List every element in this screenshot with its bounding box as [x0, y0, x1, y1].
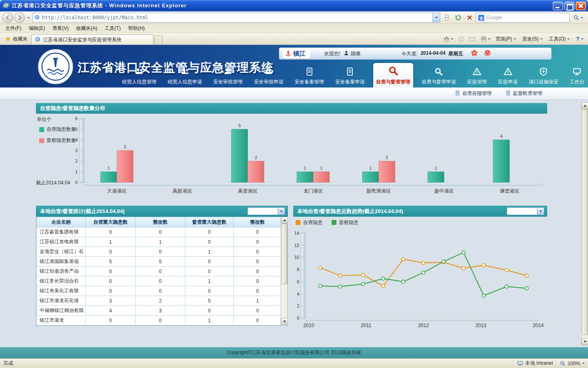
- table-row[interactable]: 江苏镇江发电有限1100: [37, 237, 282, 247]
- table-row[interactable]: 镇江李长荣综合石0010: [37, 276, 282, 286]
- scroll-down-button[interactable]: [281, 318, 288, 325]
- table-row[interactable]: 镇江恒泰沥青产品0000: [37, 267, 282, 276]
- help-button[interactable]: ?: [573, 34, 586, 44]
- scroll-thumb[interactable]: [582, 109, 588, 335]
- security-zone: 本地 Intranet: [517, 360, 553, 367]
- search-box[interactable]: g Google: [476, 13, 570, 22]
- close-button[interactable]: [576, 2, 586, 10]
- search-button[interactable]: [571, 13, 586, 23]
- nav-item-label: 安全备案申请: [335, 79, 365, 85]
- scroll-up-button[interactable]: [281, 217, 288, 224]
- status-bar: 完成 本地 Intranet 100%: [0, 358, 588, 368]
- nav-item-5[interactable]: 安全备案管理: [292, 64, 327, 88]
- safety-menu-button[interactable]: 安全(S): [519, 34, 546, 44]
- svg-text:2: 2: [255, 155, 257, 160]
- nav-item-9[interactable]: 应急管理: [464, 64, 490, 88]
- table-row[interactable]: 江苏索普集团有限0000: [37, 227, 282, 237]
- bar-chart-legend: 自查隐患数量督察隐患数量: [39, 126, 76, 144]
- svg-text:1: 1: [435, 166, 437, 171]
- minimize-button[interactable]: [553, 2, 563, 10]
- tools-menu-button[interactable]: 工具(O): [546, 34, 572, 44]
- nav-item-1[interactable]: 经营人信息管理: [119, 64, 159, 88]
- scroll-down-button[interactable]: [581, 338, 588, 345]
- nav-item-7[interactable]: 自查与督查管理: [373, 63, 413, 88]
- nav-item-2[interactable]: 经营人信息申请: [165, 64, 205, 88]
- nav-item-label: 工作台: [570, 79, 584, 85]
- monitor-icon: [572, 67, 581, 77]
- people-icon: [180, 67, 189, 77]
- city-selector[interactable]: 镇江: [283, 49, 310, 58]
- address-bar[interactable]: http://localhost:8080/yjpt/Main.html: [32, 13, 440, 22]
- favorites-button[interactable]: ★ 收藏夹: [2, 34, 31, 44]
- history-dropdown[interactable]: [26, 12, 31, 23]
- menu-item-2[interactable]: 编辑(E): [25, 24, 49, 33]
- nav-item-6[interactable]: 安全备案申请: [332, 64, 368, 88]
- statistics-filter-combo[interactable]: [247, 207, 285, 215]
- refresh-button[interactable]: [453, 13, 463, 23]
- mail-icon: [469, 36, 476, 43]
- print-button[interactable]: [478, 34, 492, 44]
- people-icon: [135, 67, 144, 77]
- zoom-control[interactable]: 100%: [560, 361, 585, 366]
- help-icon: ?: [576, 36, 579, 42]
- table-row[interactable]: 镇江奇美化工有限0000: [37, 286, 282, 296]
- svg-text:2013: 2013: [475, 323, 486, 328]
- content-scrollbar[interactable]: [581, 102, 588, 345]
- statistics-panel: 本地自查/督查统计(截止2014.04.04) 企业名称自查重大隐患数整改数督查…: [36, 206, 288, 328]
- subnav-item-2[interactable]: 监督检查管理: [506, 90, 542, 97]
- table-row[interactable]: 镇江市港龙石化港3251: [37, 296, 282, 306]
- page-icon: [34, 14, 40, 21]
- nav-item-4[interactable]: 安全审批申请: [251, 64, 286, 88]
- browser-window: 江苏省港口安全监管与应急管理系统 - Windows Internet Expl…: [0, 0, 588, 368]
- svg-text:新民洲港区: 新民洲港区: [366, 188, 391, 194]
- legend-swatch: [39, 138, 44, 143]
- stop-button[interactable]: [464, 13, 474, 23]
- table-row[interactable]: 镇江港国际集装箱5500: [37, 257, 282, 267]
- nav-item-10[interactable]: 应急申请: [495, 64, 521, 88]
- menu-item-3[interactable]: 查看(V): [49, 24, 72, 33]
- scroll-thumb[interactable]: [281, 224, 287, 284]
- trend-filter-combo[interactable]: [507, 207, 544, 215]
- home-shortcut-button[interactable]: [470, 49, 478, 58]
- home-button[interactable]: [441, 34, 455, 44]
- combo-arrow-icon[interactable]: [278, 208, 285, 215]
- back-button[interactable]: [2, 12, 13, 23]
- nav-item-11[interactable]: 港口设施保安: [526, 64, 561, 88]
- mail-button[interactable]: [467, 34, 478, 44]
- logout-button[interactable]: [484, 49, 491, 58]
- svg-text:10: 10: [294, 255, 299, 260]
- compatibility-button[interactable]: [441, 13, 452, 23]
- page-menu-button[interactable]: 页面(P): [493, 34, 519, 44]
- address-dropdown[interactable]: [432, 13, 440, 22]
- svg-text:扬中港区: 扬中港区: [434, 188, 454, 194]
- svg-text:4: 4: [297, 292, 299, 296]
- svg-text:8: 8: [297, 267, 299, 272]
- rss-button[interactable]: [456, 34, 466, 44]
- nav-item-12[interactable]: 工作台: [567, 64, 587, 88]
- copyright-footer: Copyright©江苏省交通规划设计院股份有限公司 2013版权所有: [0, 347, 588, 358]
- browser-tab[interactable]: 江苏省港口安全监管与应急管理系统: [31, 34, 154, 45]
- menu-item-5[interactable]: 工具(T): [101, 24, 124, 33]
- line-chart-container: 0246810121420102011201220132014: [293, 226, 547, 328]
- svg-text:龙门港区: 龙门港区: [303, 188, 323, 194]
- nav-item-3[interactable]: 安全审批管理: [210, 64, 245, 88]
- table-scrollbar[interactable]: [281, 217, 287, 325]
- menu-item-4[interactable]: 收藏夹(A): [72, 24, 101, 33]
- nav-item-label: 港口设施保安: [529, 79, 558, 85]
- forward-button[interactable]: [14, 12, 25, 23]
- table-row[interactable]: 镇江市港龙0010: [37, 316, 282, 325]
- menu-item-1[interactable]: 文件(F): [2, 24, 25, 33]
- table-row[interactable]: 金海宏业（镇江）石0010: [37, 247, 282, 257]
- table-row[interactable]: 中储粮镇江粮油有限4300: [37, 306, 282, 316]
- subnav-item-1[interactable]: 自查自报管理: [455, 90, 492, 97]
- maximize-button[interactable]: [564, 2, 575, 10]
- doc-icon: [345, 67, 354, 77]
- svg-text:谏壁港区: 谏壁港区: [500, 188, 519, 194]
- svg-text:1: 1: [75, 169, 78, 174]
- scroll-up-button[interactable]: [581, 102, 588, 109]
- combo-arrow-icon[interactable]: [537, 208, 544, 215]
- menu-item-6[interactable]: 帮助(H): [125, 24, 149, 33]
- new-tab-stub[interactable]: [154, 36, 163, 45]
- nav-item-8[interactable]: 自查与督查申请: [419, 64, 459, 88]
- column-header-5: 整改数: [234, 217, 282, 227]
